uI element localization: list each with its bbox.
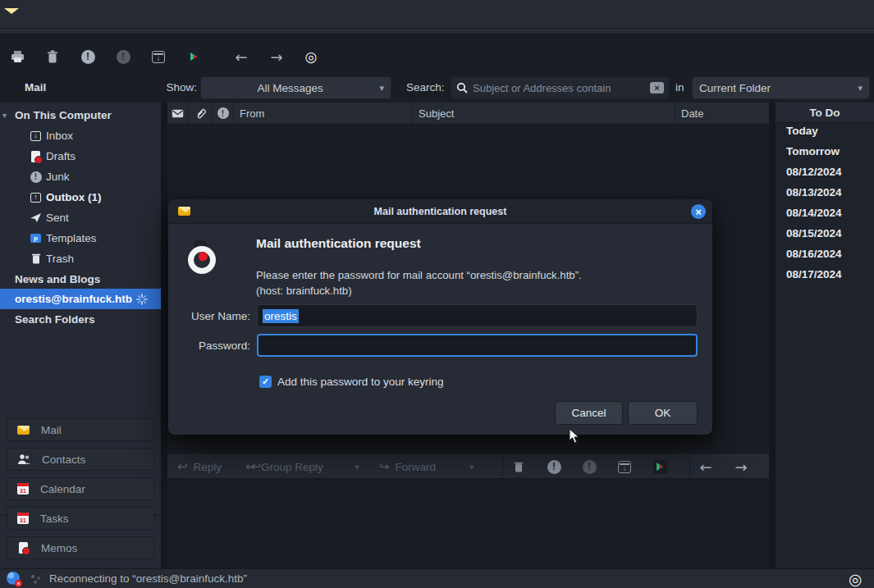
switcher-mail-button[interactable]: Mail — [7, 418, 154, 441]
switcher-memos-button[interactable]: Memos — [7, 536, 154, 559]
sidebar-item-trash[interactable]: Trash — [0, 248, 161, 269]
sidebar-item-junk[interactable]: ! Junk — [0, 166, 161, 187]
status-column-header[interactable] — [167, 103, 189, 124]
preview-send-to-button[interactable] — [647, 455, 672, 478]
important-icon: ! — [217, 107, 229, 119]
envelope-icon — [172, 109, 184, 118]
not-junk-button[interactable]: ! — [111, 45, 135, 68]
preview-junk-button[interactable]: ! — [542, 455, 566, 478]
username-input[interactable]: orestis — [257, 304, 698, 327]
toolbar-separator — [689, 457, 690, 476]
preview-archive-button[interactable]: ↓ — [612, 455, 637, 478]
arrow-left-icon: ← — [699, 458, 712, 476]
search-icon — [456, 82, 468, 93]
todo-item-date[interactable]: 08/16/2024 — [786, 248, 842, 260]
delete-button[interactable] — [40, 45, 65, 68]
column-label: Date — [681, 107, 703, 120]
subject-column-header[interactable]: Subject — [413, 103, 675, 124]
print-button[interactable] — [5, 45, 30, 68]
preview-delete-button[interactable] — [506, 455, 531, 478]
todo-item-date[interactable]: 08/15/2024 — [786, 227, 842, 239]
search-input[interactable] — [473, 82, 645, 94]
sidebar-item-drafts[interactable]: Drafts — [0, 146, 161, 166]
sidebar-item-templates[interactable]: p Templates — [0, 228, 161, 248]
ok-button[interactable]: OK — [628, 401, 698, 425]
date-column-header[interactable]: Date — [675, 103, 769, 124]
trash-icon — [46, 50, 59, 64]
password-input[interactable] — [257, 334, 698, 357]
chevron-down-icon: ▾ — [469, 462, 474, 472]
sidebar-item-inbox[interactable]: ↓ Inbox — [0, 125, 161, 146]
sidebar-item-news-and-blogs[interactable]: News and Blogs — [0, 269, 161, 289]
dialog-titlebar[interactable]: Mail authentication request × — [168, 199, 712, 224]
todo-item-date[interactable]: 08/17/2024 — [786, 268, 842, 280]
switcher-contacts-button[interactable]: Contacts — [7, 448, 154, 471]
sidebar-item-on-this-computer[interactable]: ▾ On This Computer — [0, 105, 161, 125]
show-dropdown[interactable]: All Messages ▾ — [200, 76, 391, 99]
switcher-calendar-button[interactable]: 31 Calendar — [7, 477, 154, 500]
preview-group-reply-label: Group Reply — [261, 461, 323, 473]
search-box[interactable]: × — [451, 76, 670, 99]
preview-group-reply-button[interactable]: ↩↩ Group Reply — [245, 454, 323, 480]
progress-spinner-icon — [31, 575, 34, 578]
evolution-window: + New ▾ ↑↓ Send / Receive ▾ Mail ↩ Reply… — [0, 0, 874, 588]
forward-nav-button[interactable]: → — [264, 45, 289, 68]
junk-icon: ! — [547, 460, 561, 474]
send-to-button[interactable] — [181, 45, 206, 68]
scope-dropdown[interactable]: Current Folder ▾ — [692, 76, 870, 99]
clear-search-icon[interactable]: × — [650, 82, 664, 93]
preview-prev-button[interactable]: ← — [693, 455, 718, 478]
archive-button[interactable]: ↓ — [146, 45, 171, 68]
preview-group-reply-caret[interactable]: ▾ — [355, 454, 359, 480]
chevron-down-icon: ▾ — [858, 83, 863, 93]
mail-icon — [17, 426, 30, 435]
sidebar-item-search-folders[interactable]: Search Folders — [0, 309, 161, 330]
memos-icon — [17, 542, 30, 554]
inbox-icon: ↓ — [30, 130, 42, 142]
tree-label: Inbox — [46, 130, 73, 142]
status-bar: Reconnecting to “orestis@brainfuck.htb” … — [0, 568, 874, 588]
back-button[interactable]: ← — [229, 45, 254, 68]
stop-button[interactable]: ◎ — [299, 45, 323, 68]
todo-item-date[interactable]: 08/12/2024 — [786, 166, 842, 178]
sidebar-item-outbox[interactable]: ↑ Outbox (1) — [0, 187, 161, 207]
switcher-tasks-button[interactable]: 31 Tasks — [7, 507, 154, 530]
flag-column-header[interactable]: ! — [213, 103, 234, 124]
column-label: From — [240, 107, 264, 120]
dialog-body-line1: Please enter the password for mail accou… — [256, 269, 582, 281]
sidebar-item-account-orestis[interactable]: orestis@brainfuck.htb — [0, 289, 161, 309]
todo-item-date[interactable]: 08/13/2024 — [786, 186, 842, 198]
preview-next-button[interactable]: → — [729, 455, 753, 478]
cancel-button[interactable]: Cancel — [555, 401, 623, 425]
todo-item-today[interactable]: Today — [786, 125, 818, 137]
arrow-left-icon: ← — [235, 48, 247, 66]
attachment-column-header[interactable] — [189, 103, 213, 124]
pane-splitter[interactable] — [161, 103, 167, 568]
close-icon[interactable]: × — [691, 204, 706, 219]
scope-value: Current Folder — [693, 82, 858, 94]
tree-label: Sent — [46, 212, 69, 224]
junk-button[interactable]: ! — [76, 45, 100, 68]
sent-icon — [30, 212, 42, 224]
todo-panel: To Do Today Tomorrow 08/12/2024 08/13/20… — [776, 103, 874, 568]
tree-label: Templates — [46, 232, 97, 244]
todo-item-date[interactable]: 08/14/2024 — [786, 207, 842, 219]
preview-not-junk-button[interactable]: ! — [577, 455, 602, 478]
todo-item-tomorrow[interactable]: Tomorrow — [786, 145, 840, 157]
expander-icon[interactable]: ▾ — [2, 111, 7, 120]
from-column-header[interactable]: From — [234, 103, 413, 124]
keyring-checkbox[interactable]: ✓ — [259, 376, 272, 388]
preview-forward-caret[interactable]: ▾ — [469, 454, 474, 480]
archive-icon: ↓ — [152, 51, 165, 63]
preview-forward-button[interactable]: ↪ Forward — [379, 454, 436, 480]
sidebar-item-sent[interactable]: Sent — [0, 207, 161, 228]
in-label: in — [675, 81, 684, 93]
tree-label: Search Folders — [15, 313, 95, 326]
stop-circle-icon[interactable]: ◎ — [849, 570, 863, 588]
preview-body[interactable] — [167, 479, 769, 568]
not-junk-icon: ! — [583, 460, 597, 474]
pane-splitter[interactable] — [769, 103, 776, 568]
preview-reply-button[interactable]: ↩ Reply — [177, 454, 222, 480]
arrow-right-icon: → — [734, 458, 747, 476]
online-status-icon[interactable] — [7, 572, 20, 585]
